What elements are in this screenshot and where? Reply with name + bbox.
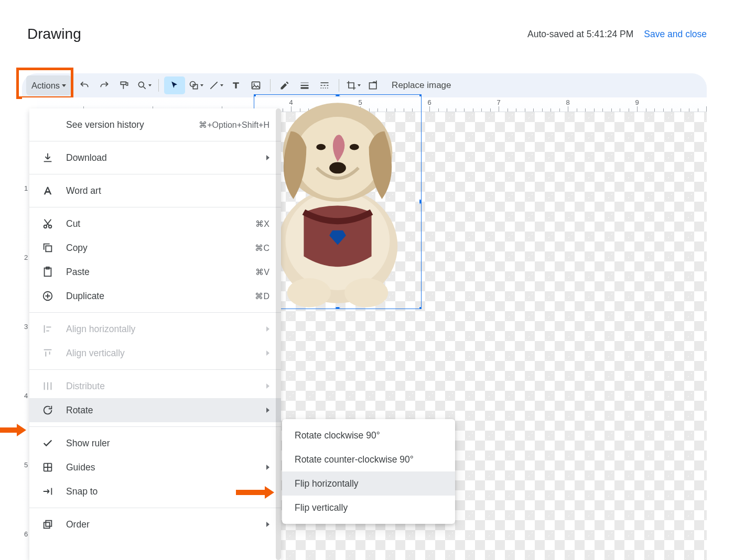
menu-item-label: Word art (66, 185, 269, 196)
snapto-icon (41, 485, 55, 498)
replace-image-button[interactable]: Replace image (383, 80, 459, 91)
resize-handle-br[interactable] (419, 306, 422, 309)
actions-button[interactable]: Actions (26, 75, 71, 95)
menu-item-word-art[interactable]: Word art (29, 179, 281, 203)
submenu-item-rotate-counter-clockwise-[interactable]: Rotate counter-clockwise 90° (282, 447, 455, 471)
svg-rect-17 (46, 246, 51, 251)
history-icon (41, 118, 55, 131)
cut-icon (41, 217, 55, 230)
redo-button[interactable] (95, 76, 113, 94)
undo-button[interactable] (75, 76, 93, 94)
chevron-right-icon (266, 408, 269, 413)
menu-item-label: Show ruler (66, 438, 269, 449)
chevron-right-icon (266, 383, 269, 389)
border-weight-button[interactable] (296, 76, 314, 94)
menu-item-show-ruler[interactable]: Show ruler (29, 431, 281, 455)
menu-item-cut[interactable]: Cut⌘X (29, 212, 281, 236)
menu-item-label: Guides (66, 462, 260, 473)
chevron-right-icon (266, 465, 269, 470)
shortcut-label: ⌘D (255, 291, 269, 301)
menu-item-label: Duplicate (66, 291, 255, 302)
svg-point-8 (287, 278, 331, 308)
shortcut-label: ⌘+Option+Shift+H (199, 120, 269, 130)
chevron-down-icon (358, 84, 361, 86)
menu-item-order[interactable]: Order (29, 512, 281, 536)
svg-rect-3 (252, 82, 260, 89)
chevron-down-icon (148, 84, 152, 86)
zoom-button[interactable] (135, 76, 153, 94)
menu-item-label: Download (66, 152, 260, 163)
menu-item-guides[interactable]: Guides (29, 455, 281, 479)
shortcut-label: ⌘X (255, 219, 269, 229)
shape-tool-button[interactable] (187, 76, 205, 94)
submenu-item-flip-vertically[interactable]: Flip vertically (282, 496, 455, 520)
check-icon (41, 436, 55, 450)
line-tool-button[interactable] (207, 76, 225, 94)
chevron-right-icon (266, 155, 269, 160)
paint-format-button[interactable] (115, 76, 133, 94)
menu-item-rotate[interactable]: Rotate (29, 398, 281, 422)
rotate-icon (41, 403, 55, 417)
textbox-button[interactable] (227, 76, 245, 94)
submenu-item-flip-horizontally[interactable]: Flip horizontally (282, 471, 455, 496)
reset-image-button[interactable] (364, 76, 382, 94)
svg-point-14 (329, 162, 346, 173)
shortcut-label: ⌘V (255, 267, 269, 277)
menu-item-label: See version history (66, 119, 199, 130)
svg-point-9 (344, 278, 388, 308)
submenu-item-label: Flip vertically (295, 502, 442, 513)
chevron-right-icon (266, 522, 269, 527)
menu-item-label: Align vertically (66, 348, 260, 359)
image-button[interactable] (247, 76, 265, 94)
menu-item-duplicate[interactable]: Duplicate⌘D (29, 284, 281, 308)
svg-point-12 (316, 144, 326, 150)
menu-item-copy[interactable]: Copy⌘C (29, 236, 281, 260)
menu-scrollbar[interactable] (276, 108, 281, 560)
svg-point-13 (350, 144, 359, 150)
resize-handle-mr[interactable] (419, 200, 422, 204)
border-dash-button[interactable] (316, 76, 333, 94)
crop-button[interactable] (344, 76, 362, 94)
page-title: Drawing (27, 26, 81, 42)
submenu-item-label: Rotate counter-clockwise 90° (295, 454, 442, 465)
menu-item-paste[interactable]: Paste⌘V (29, 260, 281, 284)
submenu-item-rotate-clockwise-[interactable]: Rotate clockwise 90° (282, 423, 455, 447)
svg-rect-5 (370, 83, 376, 89)
chevron-down-icon (200, 84, 203, 86)
save-and-close-button[interactable]: Save and close (644, 29, 707, 40)
shortcut-label: ⌘C (255, 243, 269, 253)
duplicate-icon (41, 289, 55, 303)
menu-item-label: Snap to (66, 486, 260, 497)
actions-label: Actions (31, 81, 60, 91)
resize-handle-tl[interactable] (254, 94, 256, 97)
menu-item-label: Rotate (66, 405, 260, 416)
select-tool-button[interactable] (164, 76, 185, 94)
alignv-icon (41, 346, 55, 360)
order-icon (41, 518, 55, 531)
resize-handle-tr[interactable] (419, 94, 422, 97)
menu-item-label: Paste (66, 267, 255, 278)
border-color-button[interactable] (276, 76, 294, 94)
chevron-down-icon (220, 84, 223, 86)
menu-item-download[interactable]: Download (29, 146, 281, 170)
copy-icon (41, 241, 55, 255)
menu-item-align-vertically: Align vertically (29, 341, 281, 365)
menu-item-label: Align horizontally (66, 324, 260, 335)
svg-rect-22 (46, 521, 51, 526)
menu-item-label: Cut (66, 218, 255, 229)
download-icon (41, 151, 55, 164)
svg-point-4 (253, 83, 255, 85)
chevron-right-icon (266, 326, 269, 332)
submenu-item-label: Rotate clockwise 90° (295, 430, 442, 441)
resize-handle-bm[interactable] (336, 306, 340, 309)
menu-item-label: Order (66, 519, 260, 530)
chevron-right-icon (266, 350, 269, 356)
svg-point-0 (138, 82, 144, 87)
menu-item-align-horizontally: Align horizontally (29, 317, 281, 341)
autosave-status: Auto-saved at 5:41:24 PM (527, 29, 633, 40)
rotate-submenu: Rotate clockwise 90°Rotate counter-clock… (282, 419, 455, 524)
resize-handle-tm[interactable] (336, 94, 340, 97)
menu-item-label: Distribute (66, 381, 260, 392)
chevron-down-icon (62, 84, 66, 87)
menu-item-see-version-history[interactable]: See version history⌘+Option+Shift+H (29, 113, 281, 137)
